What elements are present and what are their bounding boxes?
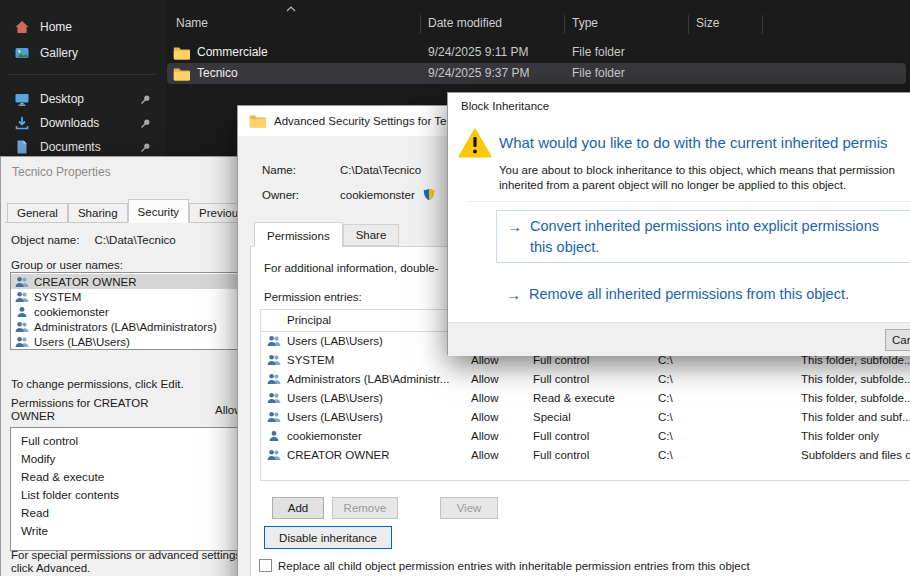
tab-permissions[interactable]: Permissions: [254, 222, 343, 247]
cell-applies-to: This folder, subfolde...: [801, 373, 910, 385]
cell-principal: cookiemonster: [287, 430, 469, 442]
sidebar-item-downloads[interactable]: Downloads: [5, 111, 161, 135]
block-dialog-body-line2: inherited from a parent object will no l…: [499, 179, 846, 191]
command-link-text-line2: this object.: [530, 239, 599, 255]
cell-applies-to: This folder only: [801, 430, 910, 442]
cell-access: Full control: [533, 449, 655, 461]
cell-type: Allow: [471, 392, 531, 404]
advanced-hint-text: For special permissions or advanced sett…: [11, 549, 244, 561]
principal-name: CREATOR OWNER: [34, 276, 136, 288]
cell-access: Special: [533, 411, 655, 423]
cell-applies-to: Subfolders and files o...: [801, 449, 910, 461]
tab-general[interactable]: General: [7, 203, 68, 223]
permission-entry-row[interactable]: CREATOR OWNER Allow Full control C:\ Sub…: [261, 446, 910, 465]
permission-entry-row[interactable]: cookiemonster Allow Full control C:\ Thi…: [261, 427, 910, 446]
folder-icon: [173, 67, 190, 81]
object-name-value: C:\Data\Tecnico: [94, 234, 175, 246]
cell-principal: Users (LAB\Users): [287, 392, 469, 404]
sidebar-item-label: Desktop: [40, 92, 84, 106]
group-icon: [267, 449, 281, 461]
principal-name: Users (LAB\Users): [34, 336, 130, 348]
dialog-footer: Cancel: [448, 322, 910, 356]
principal-name: cookiemonster: [34, 306, 109, 318]
pin-icon: [140, 118, 151, 129]
command-link-text: Convert inherited permissions into expli…: [530, 218, 879, 234]
column-divider[interactable]: [420, 15, 421, 34]
sidebar-item-desktop[interactable]: Desktop: [5, 87, 161, 111]
replace-permissions-row: Replace all child object permission entr…: [259, 559, 750, 572]
owner-label: Owner:: [262, 189, 340, 201]
cell-principal: Users (LAB\Users): [287, 335, 469, 347]
name-label: Name:: [262, 164, 340, 176]
permission-entry-row[interactable]: Users (LAB\Users) Allow Read & execute C…: [261, 389, 910, 408]
disable-inheritance-button[interactable]: Disable inheritance: [264, 526, 392, 549]
cell-type: Allow: [471, 430, 531, 442]
permission-entry-row[interactable]: Users (LAB\Users) Allow Special C:\ This…: [261, 408, 910, 427]
tab-share[interactable]: Share: [343, 224, 400, 246]
owner-value: cookiemonster: [340, 189, 415, 201]
convert-permissions-command-link[interactable]: → Convert inherited permissions into exp…: [496, 210, 910, 263]
advanced-hint-text-line2: click Advanced.: [11, 562, 90, 574]
view-button[interactable]: View: [440, 497, 498, 519]
file-row-commerciale[interactable]: Commerciale 9/24/2025 9:11 PM File folde…: [167, 42, 906, 63]
cell-inherited-from: C:\: [658, 449, 798, 461]
tab-security[interactable]: Security: [128, 199, 190, 223]
sidebar-item-label: Downloads: [40, 116, 99, 130]
cell-principal: Administrators (LAB\Administr...: [287, 373, 469, 385]
replace-permissions-checkbox[interactable]: [259, 559, 272, 572]
sidebar-separator: [8, 74, 156, 75]
group-icon: [267, 335, 281, 347]
permission-entry-row[interactable]: Administrators (LAB\Administr... Allow F…: [261, 370, 910, 389]
file-type: File folder: [572, 45, 625, 59]
permission-entries-label: Permission entries:: [264, 291, 362, 303]
file-name: Tecnico: [197, 66, 238, 80]
remove-permissions-command-link[interactable]: → Remove all inherited permissions from …: [506, 285, 910, 307]
cell-applies-to: This folder, subfolde...: [801, 392, 910, 404]
column-headers: Name Date modified Type Size: [166, 0, 910, 38]
cell-inherited-from: C:\: [658, 411, 798, 423]
column-divider[interactable]: [762, 15, 763, 34]
column-header-type[interactable]: Type: [572, 16, 598, 30]
column-divider[interactable]: [564, 15, 565, 34]
file-date: 9/24/2025 9:37 PM: [428, 66, 529, 80]
owner-row: Owner: cookiemonster: [262, 188, 435, 201]
cancel-button[interactable]: Cancel: [885, 329, 910, 351]
downloads-icon: [14, 115, 30, 131]
column-header-date-modified[interactable]: Date modified: [428, 16, 502, 30]
file-date: 9/24/2025 9:11 PM: [428, 45, 529, 59]
group-icon: [15, 276, 29, 288]
replace-permissions-label[interactable]: Replace all child object permission entr…: [278, 560, 750, 572]
object-name-label: Object name:: [11, 234, 79, 246]
column-header-name[interactable]: Name: [176, 16, 208, 30]
block-inheritance-dialog: Block Inheritance What would you like to…: [447, 92, 910, 355]
sidebar-item-home[interactable]: Home: [5, 15, 161, 39]
principal-name: Administrators (LAB\Administrators): [34, 321, 217, 333]
block-dialog-heading: What would you like to do with the curre…: [499, 134, 888, 151]
permissions-for-label-line2: OWNER: [11, 410, 55, 422]
name-value: C:\Data\Tecnico: [340, 164, 421, 176]
cell-type: Allow: [471, 373, 531, 385]
add-button[interactable]: Add: [272, 497, 324, 519]
group-icon: [267, 354, 281, 366]
column-header-size[interactable]: Size: [696, 16, 719, 30]
gallery-icon: [14, 45, 30, 61]
additional-info-text: For additional information, double-: [264, 262, 439, 274]
file-row-tecnico[interactable]: Tecnico 9/24/2025 9:37 PM File folder: [167, 63, 906, 84]
edit-hint-text: To change permissions, click Edit.: [11, 378, 184, 390]
group-icon: [267, 411, 281, 423]
user-icon: [267, 430, 281, 442]
cell-access: Full control: [533, 430, 655, 442]
tab-sharing[interactable]: Sharing: [68, 203, 128, 223]
permissions-for-label: Permissions for CREATOR: [11, 397, 149, 409]
object-name-row: Object name:C:\Data\Tecnico: [11, 234, 176, 246]
sidebar-item-label: Documents: [40, 140, 101, 154]
column-header-principal[interactable]: Principal: [287, 314, 331, 326]
folder-icon: [249, 114, 266, 128]
sidebar-item-gallery[interactable]: Gallery: [5, 41, 161, 65]
remove-button[interactable]: Remove: [332, 497, 398, 519]
cell-inherited-from: C:\: [658, 373, 798, 385]
column-divider[interactable]: [688, 15, 689, 34]
group-icon: [15, 336, 29, 348]
warning-icon: [458, 128, 492, 158]
cell-type: Allow: [471, 411, 531, 423]
